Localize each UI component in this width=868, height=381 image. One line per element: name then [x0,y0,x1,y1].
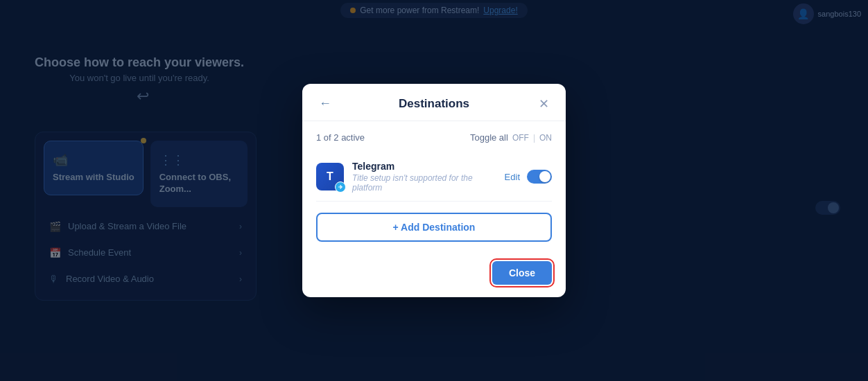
active-count-text: 1 of 2 active [316,132,365,143]
telegram-letter: T [327,170,333,183]
telegram-name: Telegram [352,161,496,172]
destinations-modal: ← Destinations ✕ 1 of 2 active Toggle al… [302,84,566,297]
toggle-all-label: Toggle all [470,132,508,143]
close-button[interactable]: Close [492,261,552,285]
telegram-badge-icon: ✈ [335,181,346,193]
modal-header: ← Destinations ✕ [302,84,566,121]
modal-title: Destinations [399,97,469,111]
telegram-controls: Edit [505,170,552,184]
close-icon-button[interactable]: ✕ [536,98,552,110]
edit-button[interactable]: Edit [505,172,520,182]
back-button[interactable]: ← [316,96,334,111]
telegram-info: Telegram Title setup isn't supported for… [352,161,496,193]
active-count-row: 1 of 2 active Toggle all OFF | ON [316,132,552,143]
add-destination-button[interactable]: + Add Destination [316,213,552,242]
modal-body: 1 of 2 active Toggle all OFF | ON T ✈ Te… [302,121,566,253]
telegram-sub: Title setup isn't supported for the plat… [352,173,496,193]
toggle-divider: | [533,133,535,143]
toggle-knob [539,171,550,182]
toggle-on-label: ON [539,133,552,143]
telegram-destination-item: T ✈ Telegram Title setup isn't supported… [316,152,552,202]
telegram-toggle[interactable] [527,170,552,184]
modal-footer: Close [302,253,566,297]
toggle-off-label: OFF [512,133,529,143]
telegram-avatar: T ✈ [316,163,344,190]
toggle-all-area[interactable]: Toggle all OFF | ON [470,132,552,143]
